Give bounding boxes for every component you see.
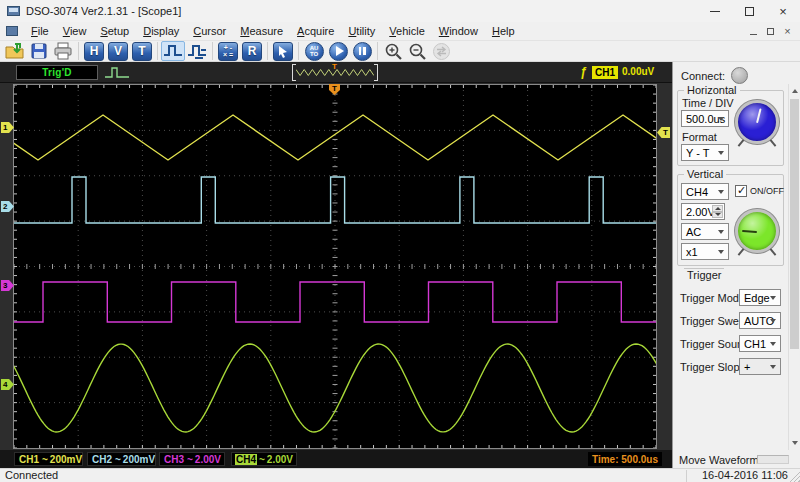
control-panel: Connect: Horizontal Time / DIV 500.0us F… [672, 62, 800, 468]
trigger-status-badge: Trig'D [16, 65, 98, 80]
ch2-readout[interactable]: CH2~200mV [87, 452, 156, 466]
trigger-level-marker[interactable]: T [657, 127, 670, 138]
horizontal-settings-button[interactable]: H [82, 41, 106, 61]
vertical-group-title: Vertical [684, 168, 726, 180]
waveform-display[interactable] [13, 84, 657, 449]
menu-bar: File View Setup Display Cursor Measure A… [0, 22, 800, 41]
channel-select[interactable]: CH4 [681, 183, 729, 200]
math-button[interactable]: + -× = [216, 41, 240, 61]
maximize-button[interactable] [732, 0, 766, 22]
transfer-icon [432, 42, 451, 61]
autoset-icon: AUTO [305, 42, 324, 61]
mdi-close-button[interactable]: × [779, 24, 796, 38]
menu-item-setup[interactable]: Setup [93, 23, 136, 39]
waveform-display-button[interactable] [161, 41, 185, 61]
move-waveform-label: Move Waveform [679, 454, 759, 466]
reference-letter-icon: R [242, 42, 262, 61]
menu-item-measure[interactable]: Measure [233, 23, 290, 39]
panel-scrollbar[interactable] [788, 84, 800, 450]
reference-button[interactable]: R [240, 41, 264, 61]
minimize-icon [750, 34, 757, 35]
timebase-readout: Time: 500.0us [588, 452, 662, 466]
document-icon [6, 26, 18, 36]
minimize-button[interactable] [698, 0, 732, 22]
horizontal-group: Horizontal Time / DIV 500.0us Format Y -… [677, 90, 784, 166]
waveform-traces [14, 85, 656, 448]
trigger-source-select[interactable]: CH1 [739, 335, 781, 352]
ch2-trace [14, 177, 656, 223]
preview-right-bracket-icon [374, 64, 378, 81]
transfer-button [429, 41, 453, 61]
scrollbar-thumb[interactable] [790, 99, 799, 349]
trigger-group: Trigger Trigger Mode Edge Trigger Sweep … [677, 274, 784, 382]
cursor-button[interactable] [271, 41, 295, 61]
scale-spinner[interactable]: 2.00V [681, 203, 725, 220]
zoom-out-button[interactable] [405, 41, 429, 61]
autoset-button[interactable]: AUTO [302, 41, 326, 61]
save-button[interactable] [27, 41, 51, 61]
pause-button[interactable] [350, 41, 374, 61]
close-button[interactable]: × [766, 0, 800, 22]
time-div-label: Time / DIV [682, 97, 734, 109]
trigger-settings-button[interactable]: T [130, 41, 154, 61]
scroll-down-icon[interactable] [789, 436, 800, 450]
mdi-minimize-button[interactable] [745, 24, 762, 38]
menu-item-utility[interactable]: Utility [341, 23, 382, 39]
time-div-select[interactable]: 500.0us [681, 110, 729, 127]
window-title: DSO-3074 Ver2.1.31 - [Scope1] [26, 5, 181, 17]
move-waveform-track[interactable] [757, 455, 789, 464]
vertical-knob[interactable] [735, 209, 779, 253]
waveform-advanced-button[interactable] [185, 41, 209, 61]
mdi-restore-button[interactable] [762, 24, 779, 38]
menu-item-acquire[interactable]: Acquire [290, 23, 341, 39]
floppy-disk-icon [30, 42, 48, 60]
probe-select[interactable]: x1 [681, 243, 729, 260]
menu-item-cursor[interactable]: Cursor [186, 23, 233, 39]
trigger-slope-label: Trigger Slope [680, 361, 746, 373]
edge-trigger-icon: ƒ [580, 65, 587, 79]
menu-item-display[interactable]: Display [136, 23, 186, 39]
coupling-select[interactable]: AC [681, 223, 729, 240]
run-button[interactable] [326, 41, 350, 61]
trigger-mode-select[interactable]: Edge [739, 289, 781, 306]
status-bar: Connected 16-04-2016 11:06 [0, 468, 800, 482]
horizontal-knob[interactable] [735, 100, 779, 144]
cursor-arrow-icon [273, 42, 293, 61]
app-icon [7, 6, 20, 16]
channel-onoff-checkbox[interactable] [735, 185, 747, 197]
ch3-readout[interactable]: CH3~2.00V [159, 452, 225, 466]
waveform-position-preview[interactable]: T [292, 64, 378, 81]
zoom-out-icon [408, 42, 427, 61]
trigger-sweep-select[interactable]: AUTO [739, 312, 781, 329]
trigger-level-value: 0.00uV [622, 66, 654, 77]
open-file-button[interactable] [3, 41, 27, 61]
zoom-in-icon [384, 42, 403, 61]
ch1-readout[interactable]: CH1~200mV [14, 452, 83, 466]
connect-label: Connect: [681, 70, 725, 82]
status-datetime: 16-04-2016 11:06 [702, 469, 788, 481]
toolbar-separator [212, 42, 213, 60]
spinner-down-icon[interactable] [712, 212, 723, 219]
resize-grip-icon[interactable] [788, 470, 800, 482]
preview-trigger-marker[interactable]: T [332, 62, 337, 71]
ch4-readout[interactable]: CH4~2.00V [231, 452, 297, 466]
menu-item-window[interactable]: Window [432, 23, 485, 39]
zoom-in-button[interactable] [381, 41, 405, 61]
play-icon [329, 42, 348, 61]
pulse-measure-icon [187, 42, 207, 60]
menu-item-help[interactable]: Help [485, 23, 522, 39]
format-select[interactable]: Y - T [681, 144, 729, 161]
scroll-up-icon[interactable] [789, 84, 800, 98]
connect-button[interactable] [731, 67, 748, 84]
horizontal-group-title: Horizontal [684, 84, 740, 96]
toolbar-separator [78, 42, 79, 60]
status-separator [686, 470, 687, 482]
menu-item-view[interactable]: View [56, 23, 94, 39]
menu-item-file[interactable]: File [24, 23, 56, 39]
menu-item-vehicle[interactable]: Vehicle [382, 23, 431, 39]
trigger-source-badge: CH1 [592, 66, 618, 79]
toolbar-separator [377, 42, 378, 60]
print-button[interactable] [51, 41, 75, 61]
vertical-settings-button[interactable]: V [106, 41, 130, 61]
trigger-slope-select[interactable]: + [739, 358, 781, 375]
